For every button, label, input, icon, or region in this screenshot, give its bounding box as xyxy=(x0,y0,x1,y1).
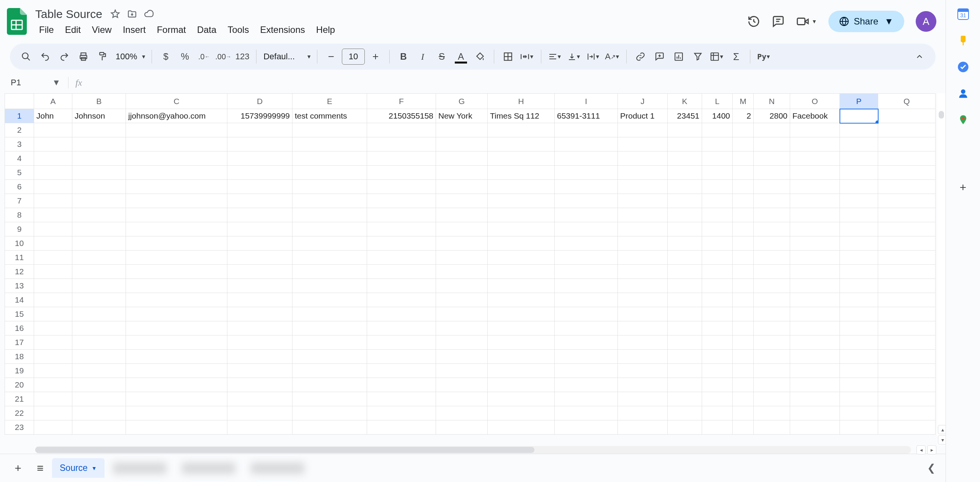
cell-F7[interactable] xyxy=(367,194,436,208)
cell-I17[interactable] xyxy=(555,335,618,350)
sheet-tab-source[interactable]: Source ▼ xyxy=(52,458,105,478)
cell-N3[interactable] xyxy=(754,137,790,151)
cell-J11[interactable] xyxy=(618,251,668,265)
cell-B11[interactable] xyxy=(72,251,126,265)
cell-G18[interactable] xyxy=(436,350,488,364)
cell-D10[interactable] xyxy=(227,236,292,251)
meet-caret-icon[interactable]: ▼ xyxy=(812,18,817,24)
row-header-11[interactable]: 11 xyxy=(5,251,34,265)
cell-I20[interactable] xyxy=(555,378,618,392)
cell-I6[interactable] xyxy=(555,180,618,194)
cell-M11[interactable] xyxy=(733,251,754,265)
cell-N19[interactable] xyxy=(754,364,790,378)
cell-O2[interactable] xyxy=(790,123,840,137)
cell-P16[interactable] xyxy=(840,321,878,335)
cell-N21[interactable] xyxy=(754,392,790,406)
cell-D13[interactable] xyxy=(227,279,292,293)
maps-icon[interactable] xyxy=(957,113,970,126)
row-header-2[interactable]: 2 xyxy=(5,123,34,137)
cell-H13[interactable] xyxy=(488,279,555,293)
cell-N12[interactable] xyxy=(754,265,790,279)
row-header-20[interactable]: 20 xyxy=(5,378,34,392)
cell-B15[interactable] xyxy=(72,307,126,321)
cell-D12[interactable] xyxy=(227,265,292,279)
cell-F9[interactable] xyxy=(367,222,436,236)
cell-I2[interactable] xyxy=(555,123,618,137)
cell-F17[interactable] xyxy=(367,335,436,350)
cell-K16[interactable] xyxy=(668,321,702,335)
all-sheets-icon[interactable]: ≡ xyxy=(30,458,51,479)
cell-K21[interactable] xyxy=(668,392,702,406)
cell-L15[interactable] xyxy=(702,307,733,321)
cell-G8[interactable] xyxy=(436,208,488,222)
cell-J1[interactable]: Product 1 xyxy=(618,109,668,123)
cell-H4[interactable] xyxy=(488,151,555,166)
cell-A9[interactable] xyxy=(34,222,72,236)
cell-K23[interactable] xyxy=(668,420,702,435)
cell-Q17[interactable] xyxy=(878,335,936,350)
cell-H5[interactable] xyxy=(488,166,555,180)
cell-E21[interactable] xyxy=(292,392,367,406)
text-wrap-icon[interactable]: ▼ xyxy=(585,48,602,65)
cell-I18[interactable] xyxy=(555,350,618,364)
cell-K5[interactable] xyxy=(668,166,702,180)
menu-edit[interactable]: Edit xyxy=(60,22,86,37)
cell-I22[interactable] xyxy=(555,406,618,420)
cell-F18[interactable] xyxy=(367,350,436,364)
cell-Q8[interactable] xyxy=(878,208,936,222)
row-header-3[interactable]: 3 xyxy=(5,137,34,151)
cell-O16[interactable] xyxy=(790,321,840,335)
account-avatar[interactable]: A xyxy=(916,11,936,32)
row-header-9[interactable]: 9 xyxy=(5,222,34,236)
cell-K8[interactable] xyxy=(668,208,702,222)
font-select[interactable]: Defaul... ▼ xyxy=(262,48,312,65)
cell-G7[interactable] xyxy=(436,194,488,208)
cell-I11[interactable] xyxy=(555,251,618,265)
sheets-logo-icon[interactable] xyxy=(5,6,28,37)
cell-E9[interactable] xyxy=(292,222,367,236)
cell-K11[interactable] xyxy=(668,251,702,265)
cell-D8[interactable] xyxy=(227,208,292,222)
cell-L19[interactable] xyxy=(702,364,733,378)
undo-icon[interactable] xyxy=(37,48,54,65)
cell-O8[interactable] xyxy=(790,208,840,222)
share-button[interactable]: Share ▼ xyxy=(828,11,904,32)
cell-B7[interactable] xyxy=(72,194,126,208)
cell-J13[interactable] xyxy=(618,279,668,293)
cell-N14[interactable] xyxy=(754,293,790,307)
cell-D22[interactable] xyxy=(227,406,292,420)
cell-O18[interactable] xyxy=(790,350,840,364)
cell-N1[interactable]: 2800 xyxy=(754,109,790,123)
cell-C20[interactable] xyxy=(126,378,227,392)
row-header-15[interactable]: 15 xyxy=(5,307,34,321)
cell-K4[interactable] xyxy=(668,151,702,166)
cell-E22[interactable] xyxy=(292,406,367,420)
cell-L20[interactable] xyxy=(702,378,733,392)
cell-B23[interactable] xyxy=(72,420,126,435)
cell-J19[interactable] xyxy=(618,364,668,378)
cell-O13[interactable] xyxy=(790,279,840,293)
cell-B16[interactable] xyxy=(72,321,126,335)
menu-insert[interactable]: Insert xyxy=(118,22,151,37)
cell-J22[interactable] xyxy=(618,406,668,420)
cell-I9[interactable] xyxy=(555,222,618,236)
column-header-G[interactable]: G xyxy=(436,94,488,109)
filter-icon[interactable] xyxy=(689,48,706,65)
cell-O12[interactable] xyxy=(790,265,840,279)
scroll-left-icon[interactable]: ◂ xyxy=(916,445,926,454)
cell-O21[interactable] xyxy=(790,392,840,406)
select-all-corner[interactable] xyxy=(5,94,34,109)
cell-Q20[interactable] xyxy=(878,378,936,392)
cell-G12[interactable] xyxy=(436,265,488,279)
column-header-D[interactable]: D xyxy=(227,94,292,109)
cell-D11[interactable] xyxy=(227,251,292,265)
cell-N20[interactable] xyxy=(754,378,790,392)
cell-B21[interactable] xyxy=(72,392,126,406)
cell-H12[interactable] xyxy=(488,265,555,279)
cell-F12[interactable] xyxy=(367,265,436,279)
cell-K2[interactable] xyxy=(668,123,702,137)
cell-O6[interactable] xyxy=(790,180,840,194)
comments-icon[interactable] xyxy=(772,15,785,28)
cell-A13[interactable] xyxy=(34,279,72,293)
cell-G15[interactable] xyxy=(436,307,488,321)
